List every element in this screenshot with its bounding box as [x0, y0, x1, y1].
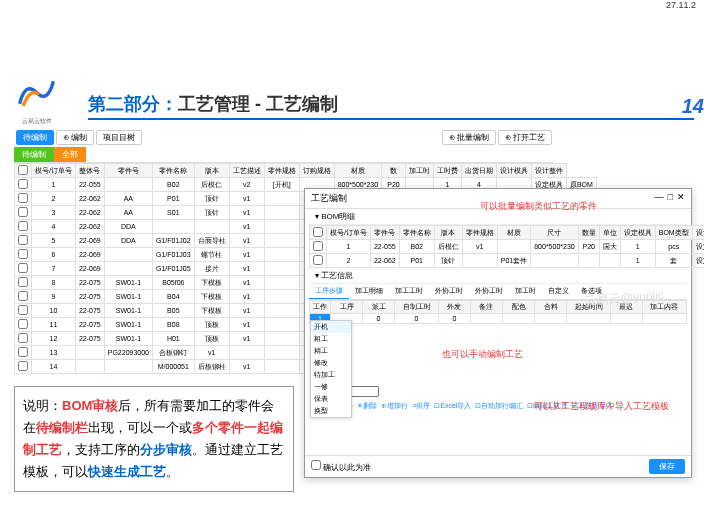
- description-box: 说明：BOM审核后，所有需要加工的零件会在待编制栏出现，可以一个或多个零件一起编…: [14, 386, 294, 492]
- proc-input[interactable]: [646, 315, 683, 322]
- dropdown-item[interactable]: 一修: [311, 381, 351, 393]
- col-header: 零件名称: [153, 164, 195, 178]
- row-check[interactable]: [18, 179, 28, 189]
- tool-link[interactable]: ⊡Excel导入: [434, 401, 471, 411]
- tab-row: 待编制 全部: [14, 147, 554, 163]
- row-check[interactable]: [18, 361, 28, 371]
- row-check[interactable]: [18, 207, 28, 217]
- annotation-3: 可以从工艺模板库中导入工艺模板: [534, 400, 669, 413]
- col-header: 设计整件: [531, 164, 566, 178]
- row-check[interactable]: [18, 333, 28, 343]
- select-all-check[interactable]: [18, 165, 28, 175]
- col-header: 订购规格: [299, 164, 334, 178]
- main-toolbar: 待编制 ⊕ 编制 项目目树 ⊕ 批量编制 ⊕ 打开工艺: [14, 128, 554, 147]
- col-header: 零件号: [104, 164, 152, 178]
- logo: 云易云软件: [14, 70, 59, 115]
- tool-link[interactable]: ⊡自动加行编汇: [475, 401, 523, 411]
- version-label: 27.11.2: [666, 0, 696, 10]
- col-header: 工时费: [433, 164, 461, 178]
- minimize-icon[interactable]: —: [655, 192, 664, 205]
- open-proc-button[interactable]: ⊕ 打开工艺: [498, 130, 552, 145]
- col-header: 数: [382, 164, 406, 178]
- nav-tab[interactable]: 加工明细: [349, 284, 389, 299]
- col-header: 出货日期: [461, 164, 496, 178]
- nav-tab[interactable]: 工序步骤: [309, 284, 349, 299]
- confirm-check[interactable]: 确认以此为准: [311, 460, 371, 473]
- proc-input[interactable]: [398, 315, 435, 322]
- row-check[interactable]: [18, 235, 28, 245]
- col-header: 设计模具: [496, 164, 531, 178]
- title-part1: 第二部分：: [88, 94, 178, 114]
- row-check[interactable]: [18, 291, 28, 301]
- proc-input[interactable]: [474, 315, 499, 322]
- dialog-title: 工艺编制: [311, 192, 347, 205]
- close-icon[interactable]: ✕: [677, 192, 685, 205]
- dropdown-item[interactable]: 粗工: [311, 333, 351, 345]
- nav-tab[interactable]: 加工时: [509, 284, 542, 299]
- dropdown-item[interactable]: 精工: [311, 345, 351, 357]
- proc-input[interactable]: [570, 315, 607, 322]
- row-check[interactable]: [18, 263, 28, 273]
- compose-button[interactable]: ⊕ 编制: [56, 130, 94, 145]
- dropdown-item[interactable]: 换型: [311, 405, 351, 417]
- nav-tab[interactable]: 加工工时: [389, 284, 429, 299]
- proc-input[interactable]: [506, 315, 531, 322]
- row-check[interactable]: [18, 319, 28, 329]
- proj-tree-button[interactable]: 项目目树: [96, 130, 142, 145]
- batch-compose-button[interactable]: ⊕ 批量编制: [442, 130, 496, 145]
- table-row[interactable]: 222-062P01顶针P01套件1套设定模具原BOM: [310, 254, 705, 268]
- col-header: 材质: [334, 164, 382, 178]
- row-check[interactable]: [18, 277, 28, 287]
- tab-pending[interactable]: 待编制: [14, 147, 54, 162]
- dropdown-item[interactable]: 开机: [311, 321, 351, 333]
- row-check[interactable]: [18, 305, 28, 315]
- col-header: 工艺描述: [229, 164, 264, 178]
- dropdown-item[interactable]: 特加工: [311, 369, 351, 381]
- tool-link[interactable]: ≡排序: [412, 401, 430, 411]
- row-check[interactable]: [18, 347, 28, 357]
- dropdown-item[interactable]: 保表: [311, 393, 351, 405]
- proc-input[interactable]: [538, 315, 563, 322]
- proc-input[interactable]: [614, 315, 639, 322]
- bom-table: 模号/订单号零件号零件名称版本零件规格材质尺寸数量单位设定模具BOM类型设计整件…: [309, 225, 704, 268]
- tab-all[interactable]: 全部: [54, 147, 86, 162]
- col-header: 版本: [194, 164, 229, 178]
- process-dialog: 工艺编制 — □ ✕ ▾ BOM明细 模号/订单号零件号零件名称版本零件规格材质…: [304, 188, 692, 478]
- nav-tab[interactable]: 外协工时: [469, 284, 509, 299]
- page-number: 14: [682, 95, 704, 118]
- tool-link[interactable]: ⊕增加行: [381, 401, 408, 411]
- col-header: 加工时: [405, 164, 433, 178]
- save-button[interactable]: 保存: [649, 459, 685, 474]
- col-header: 零件规格: [264, 164, 299, 178]
- row-check[interactable]: [18, 193, 28, 203]
- annotation-1: 可以批量编制类似工艺的零件: [480, 200, 597, 213]
- proc-input[interactable]: [366, 315, 391, 322]
- row-check[interactable]: [18, 249, 28, 259]
- col-header: 模号/订单号: [32, 164, 76, 178]
- pending-button[interactable]: 待编制: [16, 130, 54, 145]
- tool-link[interactable]: ✕删除: [357, 401, 377, 411]
- annotation-2: 也可以手动编制工艺: [442, 348, 523, 361]
- maximize-icon[interactable]: □: [668, 192, 673, 205]
- dropdown-item[interactable]: 修改: [311, 357, 351, 369]
- nav-tab[interactable]: 外协工时: [429, 284, 469, 299]
- nav-tab[interactable]: 自定义: [542, 284, 575, 299]
- proc-input[interactable]: [442, 315, 467, 322]
- col-header: [15, 164, 32, 178]
- process-dropdown[interactable]: 开机粗工精工修改特加工一修保表换型: [310, 320, 352, 418]
- col-header: 整体号: [75, 164, 104, 178]
- table-row[interactable]: 122-055B02后模仁v1800*500*230P20国大1pcs设定模具原…: [310, 240, 705, 254]
- row-check[interactable]: [18, 221, 28, 231]
- title-part2: 工艺管理 - 工艺编制: [178, 94, 338, 114]
- proc-section-head[interactable]: ▾ 工艺信息: [309, 268, 687, 284]
- title-underline: [88, 118, 694, 120]
